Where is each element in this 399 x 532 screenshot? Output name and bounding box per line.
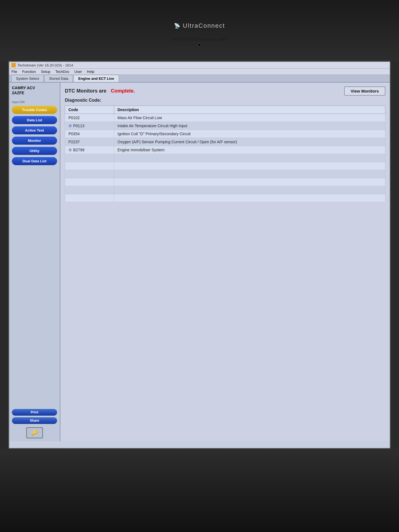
empty-row bbox=[65, 194, 385, 202]
diagnostic-label: Diagnostic Code: bbox=[65, 98, 385, 103]
empty-row bbox=[65, 162, 385, 170]
dtc-table: Code Description P0102Mass Air Flow Circ… bbox=[65, 106, 385, 202]
monitor-button[interactable]: Monitor bbox=[12, 137, 57, 145]
empty-row bbox=[65, 154, 385, 162]
dtc-status-value: Complete. bbox=[111, 88, 135, 94]
table-row[interactable]: P0354Ignition Coil "D" Primary/Secondary… bbox=[65, 130, 385, 138]
device-frame: 📡 UltraConnect Techstream (Ver 16.20.023… bbox=[0, 0, 399, 532]
menu-bar: File Function Setup TechDoc User Help bbox=[9, 69, 390, 75]
description-cell: Engine Immobiliser System bbox=[114, 146, 385, 154]
description-cell: Mass Air Flow Circuit Low bbox=[114, 114, 385, 122]
tab-engine-ect-live[interactable]: Engine and ECT Live bbox=[73, 75, 119, 82]
vehicle-engine: 2AZFE bbox=[12, 90, 57, 95]
app-title: Techstream (Ver 16.20.023) - 1614 bbox=[17, 63, 73, 67]
gear-icon: ⚙ bbox=[68, 148, 72, 152]
col-header-code: Code bbox=[65, 106, 114, 114]
empty-row bbox=[65, 186, 385, 194]
gear-icon: ⚙ bbox=[68, 124, 72, 128]
sidebar-bottom: Print Share 🔑 bbox=[12, 409, 57, 438]
code-cell: ⚙B2799 bbox=[65, 146, 114, 154]
device-top: 📡 UltraConnect bbox=[0, 0, 399, 61]
code-cell: P0354 bbox=[65, 130, 114, 138]
description-cell: Intake Air Temperature Circuit High Inpu… bbox=[114, 122, 385, 130]
key-icon-area: 🔑 bbox=[12, 427, 57, 438]
data-list-button[interactable]: Data List bbox=[12, 116, 57, 124]
camera-notch bbox=[198, 43, 201, 47]
menu-user[interactable]: User bbox=[74, 70, 82, 74]
key-icon: 🔑 bbox=[26, 427, 43, 438]
table-row[interactable]: P0102Mass Air Flow Circuit Low bbox=[65, 114, 385, 122]
device-bottom bbox=[0, 449, 399, 532]
utility-button[interactable]: Utility bbox=[12, 147, 57, 155]
print-button[interactable]: Print bbox=[12, 409, 57, 416]
vehicle-model: CAMRY ACV bbox=[12, 85, 57, 90]
dtc-header: DTC Monitors are Complete. View Monitors bbox=[65, 86, 385, 96]
tab-bar: System Select Stored Data Engine and ECT… bbox=[9, 75, 390, 83]
brand-label: 📡 UltraConnect bbox=[174, 22, 225, 29]
view-monitors-button[interactable]: View Monitors bbox=[344, 86, 385, 96]
menu-setup[interactable]: Setup bbox=[41, 70, 50, 74]
right-panel: DTC Monitors are Complete. View Monitors… bbox=[60, 83, 390, 441]
brand-text: UltraConnect bbox=[183, 22, 225, 29]
empty-row bbox=[65, 170, 385, 178]
description-cell: Ignition Coil "D" Primary/Secondary Circ… bbox=[114, 130, 385, 138]
app-icon bbox=[11, 63, 16, 67]
share-button[interactable]: Share bbox=[12, 417, 57, 424]
active-test-button[interactable]: Active Test bbox=[12, 126, 57, 134]
title-bar: Techstream (Ver 16.20.023) - 1614 bbox=[9, 62, 390, 69]
code-cell: ⚙P0113 bbox=[65, 122, 114, 130]
description-cell: Oxygen (A/F) Sensor Pumping Current Circ… bbox=[114, 138, 385, 146]
table-row[interactable]: ⚙P0113Intake Air Temperature Circuit Hig… bbox=[65, 122, 385, 130]
table-row[interactable]: P2237Oxygen (A/F) Sensor Pumping Current… bbox=[65, 138, 385, 146]
code-cell: P0102 bbox=[65, 114, 114, 122]
menu-techdoc[interactable]: TechDoc bbox=[55, 70, 70, 74]
dual-data-list-button[interactable]: Dual Data List bbox=[12, 157, 57, 165]
sidebar: CAMRY ACV 2AZFE Input VIN Trouble Codes … bbox=[9, 83, 60, 441]
tab-system-select[interactable]: System Select bbox=[11, 75, 44, 82]
empty-row bbox=[65, 178, 385, 186]
main-content: CAMRY ACV 2AZFE Input VIN Trouble Codes … bbox=[9, 83, 390, 441]
screen-area: Techstream (Ver 16.20.023) - 1614 File F… bbox=[8, 61, 391, 449]
menu-help[interactable]: Help bbox=[87, 70, 94, 74]
menu-function[interactable]: Function bbox=[22, 70, 36, 74]
menu-file[interactable]: File bbox=[11, 70, 17, 74]
tab-stored-data[interactable]: Stored Data bbox=[44, 75, 73, 82]
table-row[interactable]: ⚙B2799Engine Immobiliser System bbox=[65, 146, 385, 154]
speaker-grille bbox=[172, 38, 227, 40]
code-cell: P2237 bbox=[65, 138, 114, 146]
brand-icon: 📡 bbox=[174, 23, 181, 29]
dtc-status-prefix: DTC Monitors are bbox=[65, 88, 106, 94]
col-header-description: Description bbox=[114, 106, 385, 114]
trouble-codes-button[interactable]: Trouble Codes bbox=[12, 106, 57, 114]
table-header-row: Code Description bbox=[65, 106, 385, 114]
input-vin-label: Input VIN bbox=[12, 100, 57, 104]
vehicle-info: CAMRY ACV 2AZFE bbox=[12, 85, 57, 95]
